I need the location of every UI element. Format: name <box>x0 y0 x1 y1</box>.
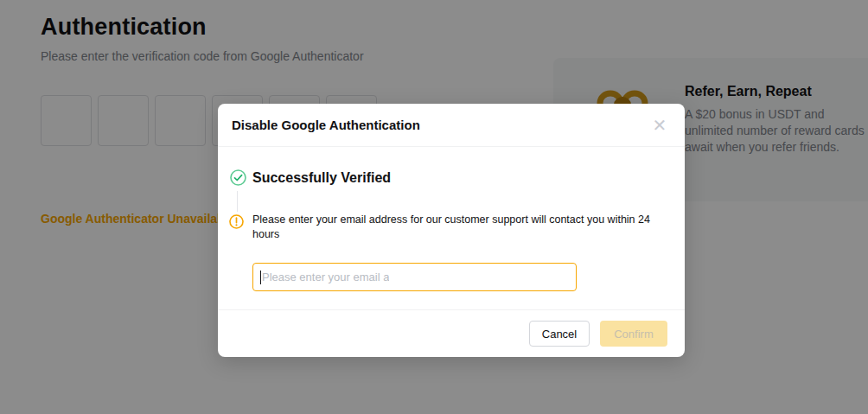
confirm-button[interactable]: Confirm <box>600 321 667 347</box>
modal-header: Disable Google Authentication ✕ <box>218 104 685 147</box>
modal-title: Disable Google Authentication <box>232 104 420 147</box>
cancel-button[interactable]: Cancel <box>529 321 590 347</box>
success-verified-label: Successfully Verified <box>252 170 391 186</box>
email-input-placeholder: Please enter your email a <box>262 271 389 283</box>
text-caret <box>260 271 261 284</box>
check-circle-icon <box>230 169 246 189</box>
modal-footer: Cancel Confirm <box>218 309 685 357</box>
exclamation-circle-icon <box>229 214 244 232</box>
close-icon[interactable]: ✕ <box>648 114 671 137</box>
disable-google-authentication-modal: Disable Google Authentication ✕ Successf… <box>218 104 685 357</box>
email-instruction-text: Please enter your email address for our … <box>252 213 669 242</box>
email-input[interactable]: Please enter your email a <box>252 263 577 291</box>
step-connector-line <box>237 191 238 212</box>
